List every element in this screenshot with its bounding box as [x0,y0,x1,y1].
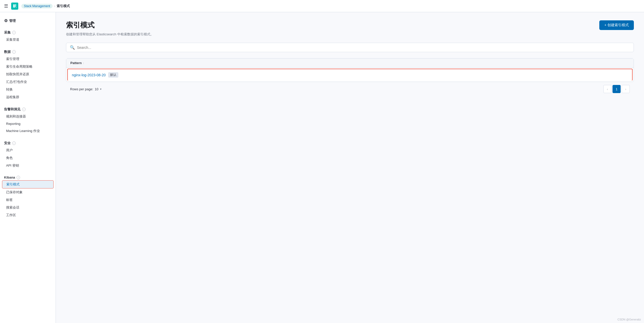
section-title-data: 数据 i [0,48,56,55]
prev-page-button[interactable]: ‹ [603,85,611,93]
hamburger-menu-icon[interactable]: ☰ [4,3,8,9]
sidebar-item-users[interactable]: 用户 [0,146,56,154]
sidebar-item-tags[interactable]: 标签 [0,196,56,204]
pattern-link[interactable]: nginx-log-2023-08-20 [72,73,106,77]
default-badge: 默认 [108,72,118,78]
main-content: 索引模式 + 创建索引模式 创建和管理帮助您从 Elasticsearch 中检… [56,12,644,323]
sidebar-item-rules[interactable]: 规则和连接器 [0,113,56,120]
sidebar-item-remote-cluster[interactable]: 远程集群 [0,93,56,101]
breadcrumb: Stack Management › 索引模式 [21,4,70,8]
pagination-row: Rows per page: 10 ▾ ‹ 1 › [66,82,634,93]
sidebar-item-collect-pipeline[interactable]: 采集管道 [0,36,56,43]
breadcrumb-stack-management[interactable]: Stack Management [21,4,53,8]
column-pattern[interactable]: Pattern ↑ [70,61,630,65]
sidebar-item-roles[interactable]: 角色 [0,154,56,162]
search-input[interactable] [77,46,630,50]
search-icon: 🔍 [70,45,75,50]
top-bar: ☰ 默 Stack Management › 索引模式 [0,0,644,12]
chevron-down-icon: ▾ [100,87,102,91]
sidebar-item-snapshot[interactable]: 拍取快照并还原 [0,70,56,78]
breadcrumb-separator: › [54,4,55,8]
sidebar-item-saved-objects[interactable]: 已保存对象 [0,188,56,196]
info-icon-collect[interactable]: i [12,31,16,34]
page-title: 索引模式 [66,20,94,30]
section-title-kibana: Kibana i [0,173,56,180]
sort-ascending-icon: ↑ [83,62,84,65]
main-layout: ⚙ 管理 采集 i 采集管道 数据 i 索引管理 索引生命周期策略 拍取快照并还… [0,12,644,323]
sidebar-item-index-lifecycle[interactable]: 索引生命周期策略 [0,63,56,70]
management-section-title: ⚙ 管理 [0,16,56,24]
search-bar: 🔍 [66,43,634,52]
sidebar-item-rollup[interactable]: 汇总/打包作业 [0,78,56,86]
sidebar-item-api-keys[interactable]: API 密钥 [0,162,56,169]
watermark: CSDN @Generaliz [618,318,641,321]
sidebar-item-index-management[interactable]: 索引管理 [0,55,56,63]
create-index-pattern-button[interactable]: + 创建索引模式 [599,20,634,30]
page-subtitle: 创建和管理帮助您从 Elasticsearch 中检索数据的索引模式。 [66,32,634,37]
rows-per-page-selector[interactable]: Rows per page: 10 ▾ [70,87,102,91]
breadcrumb-index-patterns[interactable]: 索引模式 [57,4,70,8]
section-title-alerts: 告警和洞见 i [0,105,56,113]
next-page-button[interactable]: › [622,85,630,93]
table-row: nginx-log-2023-08-20 默认 [67,69,633,81]
page-1-button[interactable]: 1 [613,85,621,93]
sidebar: ⚙ 管理 采集 i 采集管道 数据 i 索引管理 索引生命周期策略 拍取快照并还… [0,12,56,323]
pagination-nav: ‹ 1 › [603,85,630,93]
info-icon-kibana[interactable]: i [17,176,20,179]
info-icon-data[interactable]: i [12,50,16,54]
gear-icon: ⚙ [4,18,8,23]
sidebar-item-workspaces[interactable]: 工作区 [0,211,56,219]
sidebar-item-search-sessions[interactable]: 搜索会话 [0,204,56,211]
sidebar-item-ml-jobs[interactable]: Machine Learning 作业 [0,127,56,135]
page-header: 索引模式 + 创建索引模式 [66,20,634,30]
info-icon-security[interactable]: i [12,141,16,145]
info-icon-alerts[interactable]: i [22,108,26,111]
sidebar-item-index-patterns[interactable]: 索引模式 [2,180,54,188]
logo-badge: 默 [11,3,18,10]
section-title-security: 安全 i [0,139,56,146]
index-patterns-table: Pattern ↑ nginx-log-2023-08-20 默认 [66,58,634,82]
section-title-collect: 采集 i [0,28,56,36]
sidebar-item-reporting[interactable]: Reporting [0,120,56,127]
sidebar-item-transform[interactable]: 转换 [0,86,56,93]
table-header: Pattern ↑ [66,58,634,68]
